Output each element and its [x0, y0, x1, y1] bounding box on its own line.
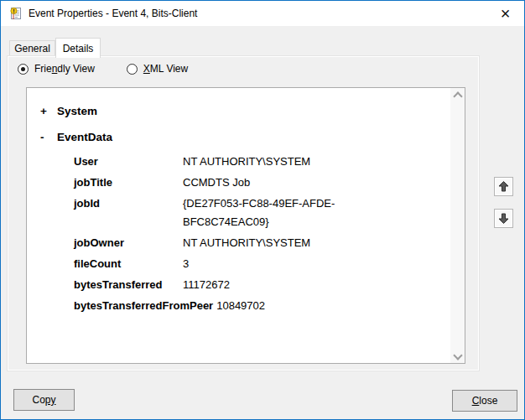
tab-general[interactable]: General [9, 40, 55, 57]
chevron-down-icon [454, 352, 461, 360]
tree-node-system[interactable]: + System [40, 103, 465, 120]
field-value: NT AUTHORITY\SYSTEM [183, 153, 310, 171]
event-data-tree: + System - EventData User NT AUTHORITY\S… [27, 88, 465, 315]
field-name: jobId [74, 194, 183, 231]
chevron-up-icon [454, 91, 461, 99]
table-row: User NT AUTHORITY\SYSTEM [74, 153, 465, 171]
radio-unselected-icon[interactable] [127, 64, 138, 75]
field-value: 10849702 [216, 297, 265, 315]
field-name: bytesTransferred [74, 276, 183, 294]
tab-details-label: Details [63, 43, 94, 54]
tab-details[interactable]: Details [55, 38, 101, 58]
xml-view-label: XML View [143, 63, 188, 75]
arrow-up-icon [498, 181, 509, 192]
scrollbar-down-button[interactable] [450, 349, 465, 363]
table-row: bytesTransferred 11172672 [74, 276, 465, 294]
friendly-view-label: Friendly View [34, 63, 95, 75]
field-name: bytesTransferredFromPeer [74, 297, 216, 315]
field-value: 11172672 [183, 276, 230, 294]
close-button-label: Close [472, 395, 498, 407]
copy-button-label: Copy [32, 394, 55, 406]
tree-node-label: EventData [57, 129, 112, 146]
tab-general-label: General [14, 43, 50, 54]
table-row: bytesTransferredFromPeer 10849702 [74, 297, 465, 315]
field-name: jobOwner [74, 234, 183, 252]
field-value: CCMDTS Job [183, 174, 250, 192]
event-properties-dialog: Event Properties - Event 4, Bits-Client … [0, 0, 525, 420]
table-row: fileCount 3 [74, 255, 465, 273]
next-event-button[interactable] [494, 209, 513, 228]
table-row: jobOwner NT AUTHORITY\SYSTEM [74, 234, 465, 252]
radio-selected-icon[interactable] [18, 64, 29, 75]
previous-event-button[interactable] [494, 177, 513, 196]
table-row: jobTitle CCMDTS Job [74, 174, 465, 192]
field-value: 3 [183, 255, 189, 273]
collapse-icon[interactable]: - [40, 129, 57, 146]
details-tab-page: Friendly View XML View + System - EventD… [8, 56, 479, 371]
titlebar[interactable]: Event Properties - Event 4, Bits-Client … [1, 1, 524, 26]
field-name: fileCount [74, 255, 183, 273]
xml-view-radio[interactable]: XML View [127, 63, 188, 75]
window-title: Event Properties - Event 4, Bits-Client [29, 8, 197, 19]
friendly-view-radio[interactable]: Friendly View [18, 63, 95, 75]
arrow-down-icon [498, 213, 509, 224]
field-value: NT AUTHORITY\SYSTEM [183, 234, 310, 252]
table-row: jobId {DE27F053-FC88-49EF-AFDE-BFC8C74EA… [74, 194, 465, 231]
tree-node-label: System [57, 103, 97, 120]
expand-icon[interactable]: + [40, 103, 57, 120]
field-name: User [74, 153, 183, 171]
close-button[interactable]: Close [452, 390, 517, 412]
friendly-view-panel: + System - EventData User NT AUTHORITY\S… [26, 87, 465, 364]
event-log-icon [8, 7, 22, 20]
field-value: {DE27F053-FC88-49EF-AFDE-BFC8C74EAC09} [183, 194, 342, 231]
scrollbar-up-button[interactable] [450, 88, 465, 102]
close-icon[interactable]: × [486, 1, 524, 25]
copy-button[interactable]: Copy [13, 389, 75, 411]
vertical-scrollbar[interactable] [450, 88, 465, 363]
view-mode-options: Friendly View XML View [18, 63, 220, 75]
tree-node-eventdata[interactable]: - EventData [40, 129, 465, 146]
field-name: jobTitle [74, 174, 183, 192]
